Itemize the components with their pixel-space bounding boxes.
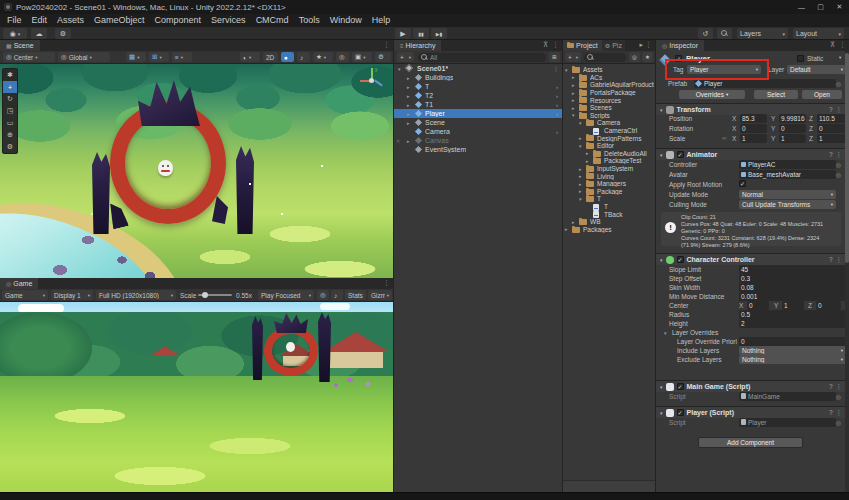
- add-component-button[interactable]: Add Component: [698, 437, 803, 448]
- hierarchy-search-input[interactable]: All: [418, 53, 546, 62]
- inspector-scrollbar[interactable]: [845, 51, 849, 492]
- project-hidden-packages-toggle[interactable]: ◎: [629, 52, 640, 62]
- game-pane-menu-icon[interactable]: ⋮: [383, 279, 390, 287]
- layout-dropdown[interactable]: Layout ▾: [793, 28, 844, 39]
- script-object-field[interactable]: Player: [739, 418, 836, 427]
- hierarchy-item-t2[interactable]: ▸T2›: [394, 91, 562, 100]
- rect-tool-button[interactable]: ▭: [3, 117, 17, 129]
- radius-field[interactable]: 0.5: [739, 310, 846, 319]
- project-item-inputsystem[interactable]: ▸InputSystem: [563, 165, 655, 173]
- menu-cmcmd[interactable]: CMCmd: [251, 14, 294, 27]
- collapse-icon[interactable]: ▾: [579, 143, 582, 149]
- center-x-field[interactable]: 0: [747, 301, 769, 310]
- collapse-icon[interactable]: ▸: [572, 219, 575, 225]
- project-favorites-toggle[interactable]: ★: [642, 52, 653, 62]
- character-controller-header[interactable]: ▾ ✓ Character Controller ?⋮: [656, 253, 849, 265]
- mute-audio-button[interactable]: ♪: [331, 290, 343, 300]
- project-item-resources[interactable]: ▸Resources: [563, 96, 655, 104]
- script-component-header-0[interactable]: ▾✓Main Game (Script)?⋮: [656, 380, 849, 392]
- component-header-icons[interactable]: ?⋮: [829, 383, 845, 391]
- component-header-icons[interactable]: ?⋮: [829, 151, 845, 159]
- center-y-field[interactable]: 1: [782, 301, 804, 310]
- link-scale-icon[interactable]: ∞: [722, 135, 726, 141]
- resolution-dropdown[interactable]: Full HD (1920x1080) ▾: [96, 290, 176, 300]
- collapse-icon[interactable]: ▾: [572, 112, 575, 118]
- hidden-objects-toggle[interactable]: ◎: [336, 52, 349, 62]
- cc-enabled-checkbox[interactable]: ✓: [677, 256, 684, 263]
- rotate-tool-button[interactable]: ↻: [3, 93, 17, 105]
- overrides-dropdown[interactable]: Overrides ▾: [679, 90, 745, 99]
- inspector-menu-icon[interactable]: ⋮: [839, 41, 846, 49]
- open-prefab-arrow-icon[interactable]: ›: [556, 93, 558, 99]
- collapse-icon[interactable]: ▸: [572, 82, 575, 88]
- prefab-picker-icon[interactable]: ◎: [836, 80, 841, 87]
- collapse-icon[interactable]: ▸: [407, 138, 410, 144]
- tab-overflow-icon[interactable]: ▸: [639, 41, 643, 49]
- animator-enabled-checkbox[interactable]: ✓: [677, 151, 684, 158]
- collapse-icon[interactable]: ▸: [572, 105, 575, 111]
- collapse-icon[interactable]: ▸: [407, 111, 410, 117]
- collapse-icon[interactable]: ▸: [572, 97, 575, 103]
- tag-dropdown[interactable]: Player ▾: [687, 65, 761, 74]
- culling-mode-dropdown[interactable]: Cull Update Transforms▾: [739, 200, 836, 209]
- collapse-icon[interactable]: ▾: [579, 196, 582, 202]
- tab-inspector[interactable]: ◎ Inspector: [656, 40, 704, 51]
- update-mode-dropdown[interactable]: Normal▾: [739, 190, 836, 199]
- hierarchy-item-eventsystem[interactable]: EventSystem: [394, 145, 562, 154]
- min-move-distance-field[interactable]: 0.001: [739, 292, 846, 301]
- hierarchy-item-canvas[interactable]: ✕▸Canvas: [394, 136, 562, 145]
- pan-tool-button[interactable]: ✱: [3, 69, 17, 81]
- avatar-object-field[interactable]: Base_meshAvatar: [739, 170, 836, 179]
- scene-lighting-toggle[interactable]: ●: [281, 52, 294, 62]
- hierarchy-search-picker[interactable]: ⊞: [549, 52, 560, 62]
- foldout-icon[interactable]: ▾: [664, 330, 667, 336]
- step-offset-field[interactable]: 0.3: [739, 274, 846, 283]
- collapse-icon[interactable]: ▸: [579, 181, 582, 187]
- project-item-t[interactable]: T: [563, 203, 655, 211]
- project-item-cameractrl[interactable]: CameraCtrl: [563, 127, 655, 135]
- menu-gameobject[interactable]: GameObject: [89, 14, 150, 27]
- account-button[interactable]: ◉ ▾: [3, 28, 27, 39]
- collapse-icon[interactable]: ▾: [398, 66, 401, 72]
- project-item-packages[interactable]: ▸Packages: [563, 226, 655, 234]
- close-button[interactable]: ✕: [830, 0, 849, 14]
- collapse-icon[interactable]: ▸: [579, 173, 582, 179]
- grid-snapping-button[interactable]: ▦ ▾: [126, 52, 146, 62]
- scale-tool-button[interactable]: ◳: [3, 105, 17, 117]
- slope-limit-field[interactable]: 45: [739, 265, 846, 274]
- project-item-gabrielaguilarproductio[interactable]: ▸GabrielAguilarProductio: [563, 81, 655, 89]
- orientation-gizmo[interactable]: y: [359, 68, 385, 94]
- play-button[interactable]: ▶: [395, 28, 411, 39]
- snap-settings-button[interactable]: ⊞ ▾: [149, 52, 169, 62]
- collapse-icon[interactable]: ▸: [586, 158, 589, 164]
- project-item-managers[interactable]: ▸Managers: [563, 180, 655, 188]
- tab-scene[interactable]: ▦ Scene: [0, 40, 40, 51]
- tool-handle-pivot-dropdown[interactable]: ◎ Center ▾: [3, 52, 55, 62]
- menu-window[interactable]: Window: [325, 14, 367, 27]
- layers-dropdown[interactable]: Layers ▾: [737, 28, 788, 39]
- project-item-scenes[interactable]: ▸Scenes: [563, 104, 655, 112]
- object-picker-icon[interactable]: ◎: [836, 171, 841, 178]
- hierarchy-item-scene[interactable]: ▸Scene: [394, 118, 562, 127]
- snap-increment-button[interactable]: ≡ ▾: [172, 52, 192, 62]
- 2d-toggle-button[interactable]: 2D: [263, 52, 278, 62]
- controller-object-field[interactable]: PlayerAC: [739, 160, 836, 169]
- gizmos-settings-dropdown[interactable]: ⚙: [375, 52, 391, 62]
- hierarchy-item-t1[interactable]: ▸T1›: [394, 100, 562, 109]
- project-menu-icon[interactable]: ⋮: [645, 41, 652, 49]
- tool-handle-rotation-dropdown[interactable]: ◎ Global ▾: [58, 52, 110, 62]
- menu-component[interactable]: Component: [150, 14, 207, 27]
- draw-mode-dropdown[interactable]: ◐ ▾: [240, 52, 260, 62]
- collapse-icon[interactable]: ▸: [586, 150, 589, 156]
- rotation-y-field[interactable]: 0: [779, 124, 806, 133]
- step-button[interactable]: ▶▮: [431, 28, 447, 39]
- hierarchy-menu-icon[interactable]: ⋮: [552, 41, 559, 49]
- layer-dropdown[interactable]: Default ▾: [787, 65, 846, 74]
- effects-dropdown[interactable]: ★ ▾: [313, 52, 333, 62]
- move-tool-button[interactable]: +: [3, 81, 17, 93]
- collapse-icon[interactable]: ▾: [565, 67, 568, 73]
- menu-edit[interactable]: Edit: [27, 14, 53, 27]
- search-button[interactable]: [717, 28, 732, 39]
- collapse-icon[interactable]: ▸: [407, 84, 410, 90]
- center-z-field[interactable]: 0: [816, 301, 841, 310]
